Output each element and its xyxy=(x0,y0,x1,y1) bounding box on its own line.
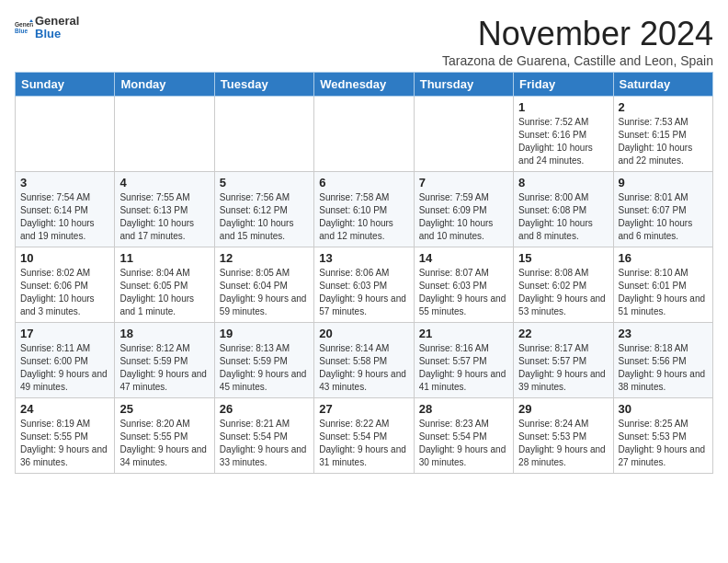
day-number: 14 xyxy=(419,251,508,265)
day-info: Sunrise: 8:17 AMSunset: 5:57 PMDaylight:… xyxy=(518,342,608,394)
calendar-week-row: 17Sunrise: 8:11 AMSunset: 6:00 PMDayligh… xyxy=(16,323,713,398)
day-info: Sunrise: 8:21 AMSunset: 5:54 PMDaylight:… xyxy=(220,418,309,469)
calendar-day-cell: 21Sunrise: 8:16 AMSunset: 5:57 PMDayligh… xyxy=(414,323,513,398)
day-number: 22 xyxy=(518,327,608,340)
calendar-week-row: 1Sunrise: 7:52 AMSunset: 6:16 PMDaylight… xyxy=(16,97,713,172)
day-number: 2 xyxy=(619,100,708,114)
day-number: 13 xyxy=(319,251,408,265)
calendar-empty-cell xyxy=(115,97,214,172)
header-wednesday: Wednesday xyxy=(314,73,414,97)
day-number: 8 xyxy=(518,176,608,190)
day-info: Sunrise: 8:01 AMSunset: 6:07 PMDaylight:… xyxy=(619,191,708,243)
svg-text:General: General xyxy=(15,21,33,28)
day-number: 30 xyxy=(619,402,708,416)
calendar-day-cell: 13Sunrise: 8:06 AMSunset: 6:03 PMDayligh… xyxy=(314,247,414,323)
calendar-day-cell: 18Sunrise: 8:12 AMSunset: 5:59 PMDayligh… xyxy=(115,323,214,398)
day-number: 19 xyxy=(220,327,309,340)
day-number: 3 xyxy=(20,176,109,190)
calendar-day-cell: 10Sunrise: 8:02 AMSunset: 6:06 PMDayligh… xyxy=(16,247,115,323)
header-tuesday: Tuesday xyxy=(214,73,313,97)
logo: General Blue General Blue xyxy=(15,15,79,41)
calendar-day-cell: 5Sunrise: 7:56 AMSunset: 6:12 PMDaylight… xyxy=(214,172,313,247)
header-friday: Friday xyxy=(514,73,613,97)
calendar-day-cell: 1Sunrise: 7:52 AMSunset: 6:16 PMDaylight… xyxy=(514,97,613,172)
day-info: Sunrise: 8:07 AMSunset: 6:03 PMDaylight:… xyxy=(419,267,508,318)
day-info: Sunrise: 8:02 AMSunset: 6:06 PMDaylight:… xyxy=(20,267,109,318)
calendar-day-cell: 26Sunrise: 8:21 AMSunset: 5:54 PMDayligh… xyxy=(214,398,313,474)
day-info: Sunrise: 8:25 AMSunset: 5:53 PMDaylight:… xyxy=(619,418,708,469)
page-header: General Blue General Blue November 2024 … xyxy=(15,15,713,68)
calendar-day-cell: 6Sunrise: 7:58 AMSunset: 6:10 PMDaylight… xyxy=(314,172,414,247)
day-number: 7 xyxy=(419,176,508,190)
calendar-day-cell: 3Sunrise: 7:54 AMSunset: 6:14 PMDaylight… xyxy=(16,172,115,247)
day-info: Sunrise: 8:00 AMSunset: 6:08 PMDaylight:… xyxy=(518,191,608,243)
calendar-day-cell: 23Sunrise: 8:18 AMSunset: 5:56 PMDayligh… xyxy=(613,323,712,398)
calendar-day-cell: 22Sunrise: 8:17 AMSunset: 5:57 PMDayligh… xyxy=(514,323,613,398)
header-thursday: Thursday xyxy=(414,73,513,97)
calendar-day-cell: 8Sunrise: 8:00 AMSunset: 6:08 PMDaylight… xyxy=(514,172,613,247)
calendar-day-cell: 24Sunrise: 8:19 AMSunset: 5:55 PMDayligh… xyxy=(16,398,115,474)
calendar-table: SundayMondayTuesdayWednesdayThursdayFrid… xyxy=(15,72,713,474)
calendar-day-cell: 14Sunrise: 8:07 AMSunset: 6:03 PMDayligh… xyxy=(414,247,513,323)
calendar-day-cell: 25Sunrise: 8:20 AMSunset: 5:55 PMDayligh… xyxy=(115,398,214,474)
day-number: 18 xyxy=(119,327,209,340)
day-number: 24 xyxy=(20,402,109,416)
calendar-week-row: 10Sunrise: 8:02 AMSunset: 6:06 PMDayligh… xyxy=(16,247,713,323)
calendar-day-cell: 7Sunrise: 7:59 AMSunset: 6:09 PMDaylight… xyxy=(414,172,513,247)
day-info: Sunrise: 8:04 AMSunset: 6:05 PMDaylight:… xyxy=(119,267,209,318)
calendar-week-row: 24Sunrise: 8:19 AMSunset: 5:55 PMDayligh… xyxy=(16,398,713,474)
day-info: Sunrise: 7:55 AMSunset: 6:13 PMDaylight:… xyxy=(119,191,209,243)
svg-text:Blue: Blue xyxy=(15,28,28,34)
calendar-day-cell: 15Sunrise: 8:08 AMSunset: 6:02 PMDayligh… xyxy=(514,247,613,323)
day-info: Sunrise: 7:52 AMSunset: 6:16 PMDaylight:… xyxy=(518,116,608,167)
day-info: Sunrise: 8:08 AMSunset: 6:02 PMDaylight:… xyxy=(518,267,608,318)
day-info: Sunrise: 7:56 AMSunset: 6:12 PMDaylight:… xyxy=(220,191,309,243)
month-title: November 2024 xyxy=(442,15,713,53)
day-info: Sunrise: 8:19 AMSunset: 5:55 PMDaylight:… xyxy=(20,418,109,469)
day-number: 16 xyxy=(619,251,708,265)
day-info: Sunrise: 8:23 AMSunset: 5:54 PMDaylight:… xyxy=(419,418,508,469)
day-info: Sunrise: 7:59 AMSunset: 6:09 PMDaylight:… xyxy=(419,191,508,243)
calendar-empty-cell xyxy=(314,97,414,172)
header-saturday: Saturday xyxy=(613,73,712,97)
day-number: 17 xyxy=(20,327,109,340)
calendar-day-cell: 19Sunrise: 8:13 AMSunset: 5:59 PMDayligh… xyxy=(214,323,313,398)
day-number: 9 xyxy=(619,176,708,190)
day-info: Sunrise: 8:13 AMSunset: 5:59 PMDaylight:… xyxy=(220,342,309,394)
title-area: November 2024 Tarazona de Guarena, Casti… xyxy=(442,15,713,68)
day-number: 27 xyxy=(319,402,408,416)
day-info: Sunrise: 8:18 AMSunset: 5:56 PMDaylight:… xyxy=(619,342,708,394)
logo-icon: General Blue xyxy=(15,18,33,37)
logo-general: General xyxy=(35,15,79,28)
day-number: 10 xyxy=(20,251,109,265)
day-info: Sunrise: 8:14 AMSunset: 5:58 PMDaylight:… xyxy=(319,342,408,394)
calendar-day-cell: 20Sunrise: 8:14 AMSunset: 5:58 PMDayligh… xyxy=(314,323,414,398)
calendar-day-cell: 4Sunrise: 7:55 AMSunset: 6:13 PMDaylight… xyxy=(115,172,214,247)
location-subtitle: Tarazona de Guarena, Castille and Leon, … xyxy=(442,53,713,68)
calendar-day-cell: 12Sunrise: 8:05 AMSunset: 6:04 PMDayligh… xyxy=(214,247,313,323)
day-info: Sunrise: 8:05 AMSunset: 6:04 PMDaylight:… xyxy=(220,267,309,318)
day-info: Sunrise: 8:12 AMSunset: 5:59 PMDaylight:… xyxy=(119,342,209,394)
day-number: 26 xyxy=(220,402,309,416)
day-number: 12 xyxy=(220,251,309,265)
day-info: Sunrise: 8:20 AMSunset: 5:55 PMDaylight:… xyxy=(119,418,209,469)
calendar-empty-cell xyxy=(414,97,513,172)
calendar-day-cell: 16Sunrise: 8:10 AMSunset: 6:01 PMDayligh… xyxy=(613,247,712,323)
day-number: 1 xyxy=(518,100,608,114)
calendar-header-row: SundayMondayTuesdayWednesdayThursdayFrid… xyxy=(16,73,713,97)
calendar-day-cell: 2Sunrise: 7:53 AMSunset: 6:15 PMDaylight… xyxy=(613,97,712,172)
calendar-empty-cell xyxy=(16,97,115,172)
day-info: Sunrise: 7:53 AMSunset: 6:15 PMDaylight:… xyxy=(619,116,708,167)
calendar-day-cell: 17Sunrise: 8:11 AMSunset: 6:00 PMDayligh… xyxy=(16,323,115,398)
day-number: 29 xyxy=(518,402,608,416)
day-number: 25 xyxy=(119,402,209,416)
day-info: Sunrise: 7:58 AMSunset: 6:10 PMDaylight:… xyxy=(319,191,408,243)
day-number: 6 xyxy=(319,176,408,190)
header-sunday: Sunday xyxy=(16,73,115,97)
calendar-day-cell: 9Sunrise: 8:01 AMSunset: 6:07 PMDaylight… xyxy=(613,172,712,247)
day-number: 21 xyxy=(419,327,508,340)
calendar-day-cell: 30Sunrise: 8:25 AMSunset: 5:53 PMDayligh… xyxy=(613,398,712,474)
calendar-day-cell: 27Sunrise: 8:22 AMSunset: 5:54 PMDayligh… xyxy=(314,398,414,474)
calendar-day-cell: 11Sunrise: 8:04 AMSunset: 6:05 PMDayligh… xyxy=(115,247,214,323)
day-info: Sunrise: 8:22 AMSunset: 5:54 PMDaylight:… xyxy=(319,418,408,469)
